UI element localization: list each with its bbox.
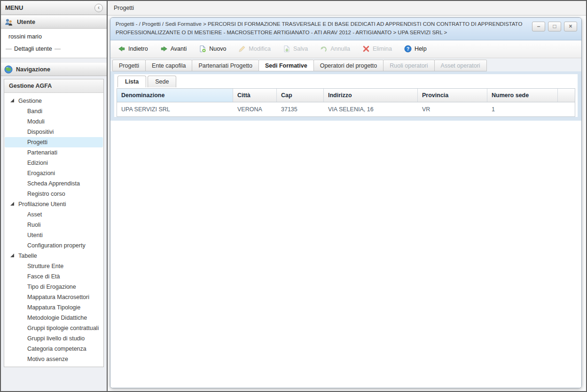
tree-item-moduli[interactable]: Moduli (5, 116, 103, 127)
tree-item-mappatura-macrosettori[interactable]: Mappatura Macrosettori (5, 292, 103, 302)
toolbar-button-annulla: Annulla (320, 45, 350, 53)
table-cell-denominazione: UPA SERVIZI SRL (117, 102, 233, 116)
table-cell-indirizzo: VIA SELENIA, 16 (324, 102, 418, 116)
tree-item-fasce-di-et[interactable]: Fasce di Età (5, 271, 103, 282)
toolbar-button-avanti[interactable]: Avanti (160, 45, 187, 53)
tree-item-label: Configuration property (27, 242, 86, 249)
toolbar-button-help[interactable]: ?Help (404, 45, 427, 53)
close-button[interactable]: × (564, 22, 577, 31)
subtab-sede[interactable]: Sede (148, 76, 176, 87)
tree-item-edizioni[interactable]: Edizioni (5, 158, 103, 168)
window-body: ListaSede DenominazioneCittàCapIndirizzo… (110, 71, 581, 388)
svg-text:?: ? (407, 46, 409, 52)
tree-item-label: Scheda Apprendista (27, 180, 80, 187)
toolbar-button-label: Indietro (128, 46, 148, 52)
help-circle-icon: ? (404, 45, 412, 53)
window-titlebar[interactable]: Progetti - / Progetti / Sedi Formative >… (110, 18, 581, 40)
tree-item-label: Tabelle (18, 253, 37, 259)
tree-item-label: Motivo assenze (27, 356, 68, 362)
globe-icon (4, 65, 13, 74)
tree-item-tipo-di-erogazione[interactable]: Tipo di Erogazione (5, 282, 103, 292)
toolbar-button-indietro[interactable]: Indietro (118, 45, 148, 53)
navigation-section-header[interactable]: Navigazione (1, 62, 107, 76)
desktop: Progetti - / Progetti / Sedi Formative >… (108, 15, 586, 391)
tree-item-ruoli[interactable]: Ruoli (5, 220, 103, 230)
tree-item-scheda-apprendista[interactable]: Scheda Apprendista (5, 178, 103, 189)
toolbar-button-label: Avanti (171, 46, 187, 52)
user-section-header[interactable]: Utente (1, 15, 107, 29)
tree-item-label: Gruppi livello di studio (27, 335, 85, 342)
grid-header-cell-provincia[interactable]: Provincia (418, 89, 487, 102)
legend-line (55, 49, 61, 49)
sedi-grid: DenominazioneCittàCapIndirizzoProvinciaN… (117, 88, 575, 117)
toolbar-button-label: Help (415, 46, 427, 52)
tree-item-dispositivi[interactable]: Dispositivi (5, 127, 103, 137)
tab-sedi-formative[interactable]: Sedi Formative (258, 60, 314, 71)
tab-operatori-del-progetto[interactable]: Operatori del progetto (313, 60, 384, 71)
grid-header-cell-citt[interactable]: Città (233, 89, 277, 102)
toolbar-button-salva: Salva (283, 45, 308, 53)
sidebar-collapse-button[interactable]: ‹ (94, 4, 103, 12)
navigation-body: Gestione AGFA GestioneBandiModuliDisposi… (1, 76, 107, 391)
tree-item-label: Progetti (27, 139, 47, 146)
tree-item-label: Mappatura Macrosettori (27, 294, 89, 300)
grid-header-cell-indirizzo[interactable]: Indirizzo (324, 89, 418, 102)
tree-item-profilazione-utenti[interactable]: Profilazione Utenti (5, 199, 103, 209)
tree-item-progetti[interactable]: Progetti (5, 137, 103, 147)
tree-item-strutture-ente[interactable]: Strutture Ente (5, 261, 103, 271)
tree-item-metodologie-didattiche[interactable]: Metodologie Didattiche (5, 313, 103, 323)
minimize-button[interactable]: – (532, 22, 545, 31)
tree-item-motivo-assenze[interactable]: Motivo assenze (5, 354, 103, 364)
sidebar: MENU ‹ Utente rossini mario Dettagli ute… (1, 1, 108, 391)
table-cell-citt: VERONA (233, 102, 277, 116)
user-details-toggle[interactable]: Dettagli utente (1, 46, 107, 52)
table-row[interactable]: UPA SERVIZI SRLVERONA37135VIA SELENIA, 1… (117, 102, 575, 116)
tree-item-utenti[interactable]: Utenti (5, 230, 103, 240)
tree-item-erogazioni[interactable]: Erogazioni (5, 168, 103, 178)
tree-item-asset[interactable]: Asset (5, 209, 103, 220)
toolbar-button-label: Nuovo (209, 46, 226, 52)
tree-expander-icon[interactable] (10, 254, 14, 257)
tree-item-label: Dispositivi (27, 129, 54, 135)
window-body-rest (110, 121, 581, 388)
grid-header-cell-numero-sede[interactable]: Numero sede (487, 89, 558, 102)
tree-item-label: Bandi (27, 108, 42, 115)
grid-body: UPA SERVIZI SRLVERONA37135VIA SELENIA, 1… (117, 102, 575, 116)
tree-item-configuration-property[interactable]: Configuration property (5, 240, 103, 251)
tree-expander-icon[interactable] (10, 99, 14, 102)
grid-header-row: DenominazioneCittàCapIndirizzoProvinciaN… (117, 89, 575, 102)
back-arrow-icon (118, 45, 125, 53)
toolbar-button-label: Salva (293, 46, 308, 52)
subtab-lista[interactable]: Lista (117, 76, 146, 87)
main-area: Progetti Progetti - / Progetti / Sedi Fo… (108, 1, 586, 391)
tab-partenariati-progetto[interactable]: Partenariati Progetto (192, 60, 259, 71)
tree-item-gruppi-tipologie-contrattuali[interactable]: Gruppi tipologie contrattuali (5, 323, 103, 333)
tree-item-gestione[interactable]: Gestione (5, 96, 103, 106)
navigation-section-title: Navigazione (16, 66, 50, 73)
tab-progetti[interactable]: Progetti (112, 60, 146, 71)
tree-item-categoria-competenza[interactable]: Categoria competenza (5, 344, 103, 354)
tree-item-label: Gruppi tipologie contrattuali (27, 325, 99, 331)
toolbar: IndietroAvantiNuovoModificaSalvaAnnullaE… (110, 40, 581, 58)
tab-asset-operatori: Asset operatori (434, 60, 487, 71)
tree-item-partenariati[interactable]: Partenariati (5, 147, 103, 158)
subtab-bar: ListaSede (114, 74, 578, 87)
grid-header-cell-cap[interactable]: Cap (277, 89, 324, 102)
grid-header-cell-denominazione[interactable]: Denominazione (117, 89, 233, 102)
toolbar-button-nuovo[interactable]: Nuovo (199, 45, 226, 53)
application-frame: MENU ‹ Utente rossini mario Dettagli ute… (0, 0, 587, 392)
toolbar-button-label: Annulla (330, 46, 350, 52)
tree-panel-title: Gestione AGFA (4, 79, 103, 93)
save-document-icon (283, 45, 290, 53)
tree-expander-icon[interactable] (10, 202, 14, 206)
tree-item-bandi[interactable]: Bandi (5, 106, 103, 116)
main-header-tab[interactable]: Progetti (108, 1, 586, 15)
tree-item-gruppi-livello-di-studio[interactable]: Gruppi livello di studio (5, 333, 103, 344)
maximize-button[interactable]: □ (548, 22, 561, 31)
tree-item-tabelle[interactable]: Tabelle (5, 251, 103, 261)
tree-item-mappatura-tipologie[interactable]: Mappatura Tipologie (5, 302, 103, 313)
table-cell-provincia: VR (418, 102, 487, 116)
table-cell-cap: 37135 (277, 102, 324, 116)
tree-item-registro-corso[interactable]: Registro corso (5, 189, 103, 199)
tab-ente-capofila[interactable]: Ente capofila (145, 60, 192, 71)
